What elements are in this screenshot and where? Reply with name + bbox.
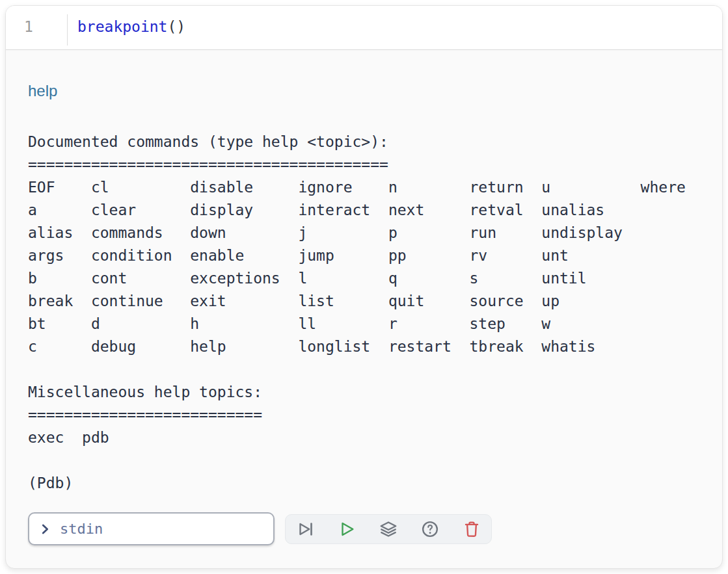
chevron-right-icon: [38, 522, 52, 536]
pdb-help-output: Documented commands (type help <topic>):…: [28, 131, 700, 495]
stdin-echo-text: help: [28, 81, 700, 101]
layers-icon: [379, 519, 398, 539]
skip-forward-icon: [295, 519, 315, 539]
code-token-punctuation: (): [167, 18, 185, 35]
help-circle-icon: [420, 519, 440, 539]
console-output-area: help Documented commands (type help <top…: [6, 50, 722, 545]
stdin-input-box[interactable]: [28, 512, 275, 545]
layers-button[interactable]: [379, 519, 398, 539]
run-button[interactable]: [337, 519, 357, 539]
step-forward-button[interactable]: [295, 519, 315, 539]
line-number: 1: [6, 6, 68, 48]
python-console-panel: 1 breakpoint() help Documented commands …: [5, 5, 723, 569]
code-line[interactable]: breakpoint(): [68, 6, 185, 49]
code-editor[interactable]: 1 breakpoint(): [6, 6, 722, 50]
console-toolbar: [285, 514, 492, 544]
code-token-builtin: breakpoint: [77, 18, 167, 35]
editor-gutter: 1: [6, 6, 68, 49]
console-controls: [28, 512, 700, 545]
trash-icon: [462, 519, 481, 539]
help-button[interactable]: [420, 519, 440, 539]
delete-button[interactable]: [462, 519, 481, 539]
stdin-input[interactable]: [59, 520, 256, 538]
play-icon: [337, 519, 357, 539]
